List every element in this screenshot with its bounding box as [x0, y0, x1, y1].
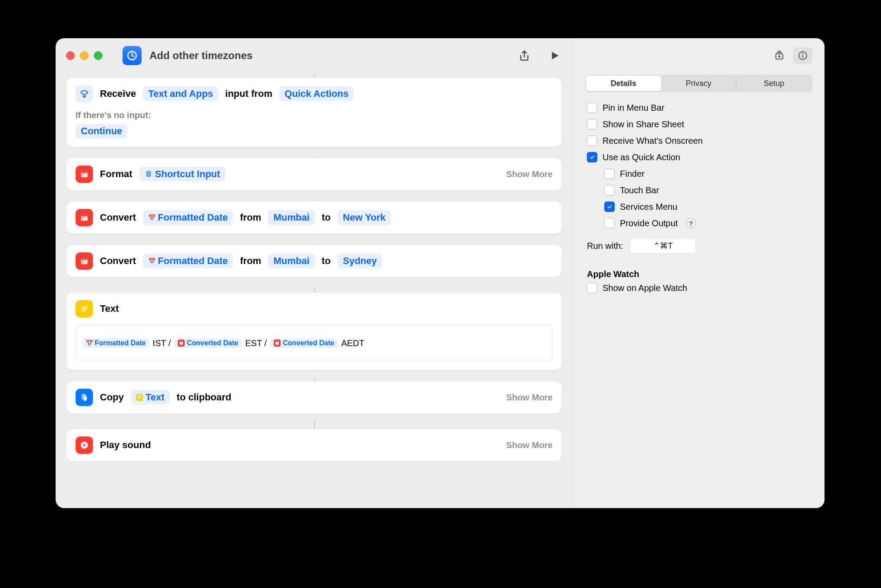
- minimize-window-button[interactable]: [80, 51, 89, 60]
- convert-verb: Convert: [100, 212, 136, 223]
- svg-rect-17: [82, 261, 83, 261]
- show-more-link[interactable]: Show More: [506, 440, 553, 450]
- from-label: from: [240, 212, 261, 223]
- variable-token[interactable]: 📅 Formatted Date: [82, 338, 149, 348]
- receive-action-card[interactable]: Receive Text and Apps input from Quick A…: [66, 77, 562, 147]
- svg-rect-9: [82, 175, 83, 176]
- svg-rect-13: [84, 217, 85, 218]
- option-pin-menubar[interactable]: Pin in Menu Bar: [587, 102, 811, 113]
- checkbox[interactable]: [587, 283, 597, 293]
- svg-rect-14: [82, 219, 83, 220]
- checkbox[interactable]: [587, 152, 597, 162]
- text-literal: IST /: [152, 338, 171, 348]
- info-button[interactable]: [793, 47, 812, 64]
- play-sound-action-card[interactable]: Play sound Show More: [66, 429, 562, 462]
- copy-verb: Copy: [100, 392, 124, 403]
- option-label: Touch Bar: [620, 185, 659, 195]
- copy-action-card[interactable]: Copy Text to clipboard Show More: [66, 381, 562, 414]
- zoom-window-button[interactable]: [94, 51, 103, 60]
- variable-token[interactable]: Converted Date: [270, 338, 338, 348]
- checkbox[interactable]: [587, 119, 597, 129]
- checkbox[interactable]: [604, 168, 615, 179]
- shortcuts-editor-window: Add other timezones Receive: [56, 38, 825, 508]
- convert-date-token[interactable]: 📅 Formatted Date: [143, 254, 233, 268]
- inspector-pane: Details Privacy Setup Pin in Menu Bar Sh…: [573, 38, 825, 508]
- checkbox[interactable]: [604, 202, 615, 212]
- convert-action-card-2[interactable]: Convert 📅 Formatted Date from Mumbai to …: [66, 244, 562, 277]
- svg-rect-8: [84, 174, 85, 175]
- format-input-token[interactable]: Shortcut Input: [139, 167, 225, 182]
- format-verb: Format: [100, 168, 132, 180]
- option-share-sheet[interactable]: Show in Share Sheet: [587, 119, 811, 129]
- checkbox[interactable]: [604, 185, 615, 195]
- window-controls: [66, 51, 103, 60]
- convert-date-token[interactable]: 📅 Formatted Date: [143, 210, 233, 225]
- svg-rect-12: [82, 217, 83, 218]
- svg-rect-23: [179, 342, 183, 345]
- checkbox[interactable]: [604, 218, 615, 228]
- svg-point-33: [803, 53, 803, 54]
- close-window-button[interactable]: [66, 51, 75, 60]
- receive-mid-label: input from: [225, 88, 272, 99]
- shortcut-title[interactable]: Add other timezones: [149, 50, 252, 62]
- share-button[interactable]: [517, 48, 532, 63]
- from-city-token[interactable]: Mumbai: [268, 210, 315, 225]
- run-with-row: Run with: ⌃⌘T: [573, 231, 825, 257]
- receive-types-token[interactable]: Text and Apps: [143, 86, 218, 101]
- details-options: Pin in Menu Bar Show in Share Sheet Rece…: [573, 100, 825, 231]
- option-label: Receive What's Onscreen: [603, 136, 703, 146]
- option-touchbar[interactable]: Touch Bar: [587, 185, 811, 195]
- svg-rect-20: [82, 307, 87, 307]
- tab-setup[interactable]: Setup: [736, 76, 811, 91]
- svg-rect-26: [83, 396, 87, 401]
- run-with-label: Run with:: [587, 241, 623, 251]
- text-content-field[interactable]: 📅 Formatted Date IST / Converted Date ES…: [76, 325, 553, 361]
- show-more-link[interactable]: Show More: [506, 169, 553, 179]
- checkbox[interactable]: [587, 102, 597, 113]
- format-action-card[interactable]: Format Shortcut Input Show More: [66, 158, 562, 191]
- clipboard-icon: [76, 389, 93, 406]
- run-button[interactable]: [547, 48, 562, 63]
- option-finder[interactable]: Finder: [587, 168, 811, 179]
- from-city-token[interactable]: Mumbai: [268, 254, 315, 268]
- option-provide-output[interactable]: Provide Output ?: [587, 218, 811, 228]
- receive-source-token[interactable]: Quick Actions: [279, 86, 354, 101]
- svg-point-4: [132, 59, 133, 60]
- to-city-token[interactable]: Sydney: [338, 254, 382, 268]
- option-label: Finder: [620, 169, 645, 179]
- option-services-menu[interactable]: Services Menu: [587, 202, 811, 212]
- svg-rect-16: [81, 258, 88, 260]
- option-label: Show in Share Sheet: [603, 119, 684, 129]
- svg-rect-18: [84, 261, 85, 261]
- to-city-token[interactable]: New York: [338, 210, 391, 225]
- copy-input-token[interactable]: Text: [131, 390, 170, 405]
- play-sound-icon: [76, 436, 93, 454]
- convert-action-card-1[interactable]: Convert 📅 Formatted Date from Mumbai to …: [66, 201, 562, 234]
- library-button[interactable]: [770, 47, 789, 64]
- play-sound-verb: Play sound: [100, 439, 151, 451]
- svg-rect-27: [137, 395, 142, 396]
- variable-token[interactable]: Converted Date: [174, 338, 242, 348]
- svg-rect-19: [82, 262, 83, 263]
- from-label: from: [240, 255, 261, 267]
- toolbar-right: [517, 48, 562, 63]
- copy-suffix: to clipboard: [177, 392, 232, 403]
- text-action-card[interactable]: Text 📅 Formatted Date IST / Converted Da…: [66, 292, 562, 370]
- tab-privacy[interactable]: Privacy: [661, 76, 737, 91]
- tab-details[interactable]: Details: [586, 76, 661, 91]
- text-icon: [76, 300, 93, 317]
- svg-rect-28: [137, 397, 142, 398]
- show-more-link[interactable]: Show More: [506, 393, 553, 403]
- hotkey-field[interactable]: ⌃⌘T: [630, 238, 696, 254]
- svg-rect-24: [275, 342, 279, 345]
- option-receive-onscreen[interactable]: Receive What's Onscreen: [587, 135, 811, 146]
- titlebar: Add other timezones: [56, 38, 573, 73]
- checkbox[interactable]: [587, 135, 597, 146]
- noinput-action-token[interactable]: Continue: [76, 124, 127, 139]
- option-quick-action[interactable]: Use as Quick Action: [587, 152, 811, 162]
- svg-rect-6: [81, 172, 88, 173]
- help-button[interactable]: ?: [686, 218, 696, 228]
- text-literal: AEDT: [341, 338, 364, 348]
- option-show-on-watch[interactable]: Show on Apple Watch: [587, 283, 811, 293]
- convert-verb: Convert: [100, 255, 136, 267]
